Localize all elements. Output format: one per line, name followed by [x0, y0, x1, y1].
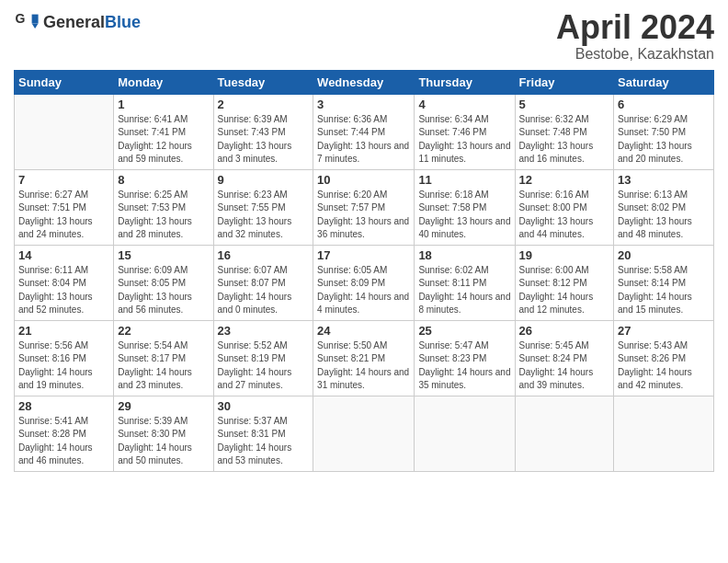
- day-number: 12: [519, 173, 610, 187]
- calendar-cell: 17Sunrise: 6:05 AMSunset: 8:09 PMDayligh…: [313, 245, 415, 320]
- day-number: 22: [118, 324, 209, 338]
- day-number: 16: [218, 248, 310, 262]
- calendar-cell: 4Sunrise: 6:34 AMSunset: 7:46 PMDaylight…: [415, 94, 515, 169]
- calendar-week-2: 7Sunrise: 6:27 AMSunset: 7:51 PMDaylight…: [15, 169, 714, 245]
- calendar-cell: 30Sunrise: 5:37 AMSunset: 8:31 PMDayligh…: [213, 396, 313, 471]
- calendar-cell: [515, 396, 614, 471]
- calendar-week-1: 1Sunrise: 6:41 AMSunset: 7:41 PMDaylight…: [15, 94, 714, 169]
- day-detail: Sunrise: 5:54 AMSunset: 8:17 PMDaylight:…: [118, 339, 209, 393]
- calendar-cell: 18Sunrise: 6:02 AMSunset: 8:11 PMDayligh…: [415, 245, 515, 320]
- day-number: 7: [18, 173, 109, 187]
- calendar-cell: 23Sunrise: 5:52 AMSunset: 8:19 PMDayligh…: [213, 320, 313, 396]
- day-detail: Sunrise: 6:02 AMSunset: 8:11 PMDaylight:…: [418, 264, 510, 317]
- day-number: 27: [618, 324, 710, 338]
- col-saturday: Saturday: [614, 70, 714, 94]
- calendar-cell: 21Sunrise: 5:56 AMSunset: 8:16 PMDayligh…: [15, 320, 114, 396]
- calendar-cell: 29Sunrise: 5:39 AMSunset: 8:30 PMDayligh…: [114, 396, 213, 471]
- calendar-header-row: Sunday Monday Tuesday Wednesday Thursday…: [15, 70, 714, 94]
- day-number: 1: [118, 98, 209, 111]
- subtitle: Bestobe, Kazakhstan: [556, 46, 714, 63]
- logo-icon: G: [14, 9, 40, 35]
- calendar-cell: 11Sunrise: 6:18 AMSunset: 7:58 PMDayligh…: [415, 169, 515, 245]
- day-detail: Sunrise: 6:29 AMSunset: 7:50 PMDaylight:…: [618, 113, 710, 167]
- calendar-cell: 15Sunrise: 6:09 AMSunset: 8:05 PMDayligh…: [114, 245, 213, 320]
- calendar-cell: 22Sunrise: 5:54 AMSunset: 8:17 PMDayligh…: [114, 320, 213, 396]
- day-number: 17: [317, 248, 410, 262]
- calendar-cell: 10Sunrise: 6:20 AMSunset: 7:57 PMDayligh…: [313, 169, 415, 245]
- col-tuesday: Tuesday: [213, 70, 313, 94]
- day-number: 2: [218, 98, 310, 111]
- day-number: 28: [18, 399, 109, 413]
- calendar-cell: 19Sunrise: 6:00 AMSunset: 8:12 PMDayligh…: [515, 245, 614, 320]
- calendar-cell: [614, 396, 714, 471]
- day-number: 9: [218, 173, 310, 187]
- day-number: 14: [18, 248, 109, 262]
- svg-marker-2: [32, 23, 39, 29]
- col-sunday: Sunday: [15, 70, 114, 94]
- day-detail: Sunrise: 6:16 AMSunset: 8:00 PMDaylight:…: [519, 189, 610, 242]
- day-detail: Sunrise: 6:32 AMSunset: 7:48 PMDaylight:…: [519, 113, 610, 167]
- calendar-cell: 24Sunrise: 5:50 AMSunset: 8:21 PMDayligh…: [313, 320, 415, 396]
- day-number: 11: [418, 173, 510, 187]
- calendar-cell: 7Sunrise: 6:27 AMSunset: 7:51 PMDaylight…: [15, 169, 114, 245]
- calendar-cell: 13Sunrise: 6:13 AMSunset: 8:02 PMDayligh…: [614, 169, 714, 245]
- day-number: 24: [317, 324, 410, 338]
- svg-text:G: G: [15, 11, 25, 26]
- day-detail: Sunrise: 6:11 AMSunset: 8:04 PMDaylight:…: [18, 264, 109, 317]
- day-detail: Sunrise: 6:09 AMSunset: 8:05 PMDaylight:…: [118, 264, 209, 317]
- calendar-cell: 8Sunrise: 6:25 AMSunset: 7:53 PMDaylight…: [114, 169, 213, 245]
- day-detail: Sunrise: 5:50 AMSunset: 8:21 PMDaylight:…: [317, 339, 410, 393]
- day-number: 18: [418, 248, 510, 262]
- calendar-cell: 28Sunrise: 5:41 AMSunset: 8:28 PMDayligh…: [15, 396, 114, 471]
- calendar-cell: 2Sunrise: 6:39 AMSunset: 7:43 PMDaylight…: [213, 94, 313, 169]
- day-detail: Sunrise: 6:07 AMSunset: 8:07 PMDaylight:…: [218, 264, 310, 317]
- day-detail: Sunrise: 6:39 AMSunset: 7:43 PMDaylight:…: [218, 113, 310, 167]
- main-title: April 2024: [556, 9, 714, 46]
- day-detail: Sunrise: 5:45 AMSunset: 8:24 PMDaylight:…: [519, 339, 610, 393]
- day-detail: Sunrise: 6:34 AMSunset: 7:46 PMDaylight:…: [418, 113, 510, 167]
- header: G GeneralBlue April 2024 Bestobe, Kazakh…: [14, 9, 714, 63]
- day-detail: Sunrise: 5:41 AMSunset: 8:28 PMDaylight:…: [18, 415, 109, 468]
- col-wednesday: Wednesday: [313, 70, 415, 94]
- calendar-cell: 26Sunrise: 5:45 AMSunset: 8:24 PMDayligh…: [515, 320, 614, 396]
- day-number: 3: [317, 98, 410, 111]
- day-detail: Sunrise: 6:23 AMSunset: 7:55 PMDaylight:…: [218, 189, 310, 242]
- day-number: 4: [418, 98, 510, 111]
- day-number: 23: [218, 324, 310, 338]
- day-number: 8: [118, 173, 209, 187]
- day-detail: Sunrise: 6:00 AMSunset: 8:12 PMDaylight:…: [519, 264, 610, 317]
- day-number: 21: [18, 324, 109, 338]
- svg-marker-1: [32, 15, 39, 24]
- calendar-cell: 3Sunrise: 6:36 AMSunset: 7:44 PMDaylight…: [313, 94, 415, 169]
- calendar-week-4: 21Sunrise: 5:56 AMSunset: 8:16 PMDayligh…: [15, 320, 714, 396]
- day-detail: Sunrise: 5:47 AMSunset: 8:23 PMDaylight:…: [418, 339, 510, 393]
- title-area: April 2024 Bestobe, Kazakhstan: [556, 9, 714, 63]
- calendar-cell: 1Sunrise: 6:41 AMSunset: 7:41 PMDaylight…: [114, 94, 213, 169]
- logo-blue: Blue: [105, 13, 141, 31]
- day-detail: Sunrise: 6:13 AMSunset: 8:02 PMDaylight:…: [618, 189, 710, 242]
- calendar-cell: 12Sunrise: 6:16 AMSunset: 8:00 PMDayligh…: [515, 169, 614, 245]
- col-monday: Monday: [114, 70, 213, 94]
- calendar-week-5: 28Sunrise: 5:41 AMSunset: 8:28 PMDayligh…: [15, 396, 714, 471]
- day-detail: Sunrise: 6:20 AMSunset: 7:57 PMDaylight:…: [317, 189, 410, 242]
- calendar: Sunday Monday Tuesday Wednesday Thursday…: [14, 70, 714, 472]
- calendar-cell: 20Sunrise: 5:58 AMSunset: 8:14 PMDayligh…: [614, 245, 714, 320]
- day-number: 25: [418, 324, 510, 338]
- day-detail: Sunrise: 5:39 AMSunset: 8:30 PMDaylight:…: [118, 415, 209, 468]
- day-number: 15: [118, 248, 209, 262]
- day-number: 20: [618, 248, 710, 262]
- logo-general: General: [43, 13, 105, 31]
- calendar-cell: 5Sunrise: 6:32 AMSunset: 7:48 PMDaylight…: [515, 94, 614, 169]
- day-number: 29: [118, 399, 209, 413]
- day-number: 13: [618, 173, 710, 187]
- calendar-cell: [15, 94, 114, 169]
- day-detail: Sunrise: 6:18 AMSunset: 7:58 PMDaylight:…: [418, 189, 510, 242]
- calendar-week-3: 14Sunrise: 6:11 AMSunset: 8:04 PMDayligh…: [15, 245, 714, 320]
- calendar-cell: 9Sunrise: 6:23 AMSunset: 7:55 PMDaylight…: [213, 169, 313, 245]
- calendar-cell: [313, 396, 415, 471]
- day-number: 5: [519, 98, 610, 111]
- day-detail: Sunrise: 6:27 AMSunset: 7:51 PMDaylight:…: [18, 189, 109, 242]
- day-number: 6: [618, 98, 710, 111]
- day-number: 26: [519, 324, 610, 338]
- day-detail: Sunrise: 5:58 AMSunset: 8:14 PMDaylight:…: [618, 264, 710, 317]
